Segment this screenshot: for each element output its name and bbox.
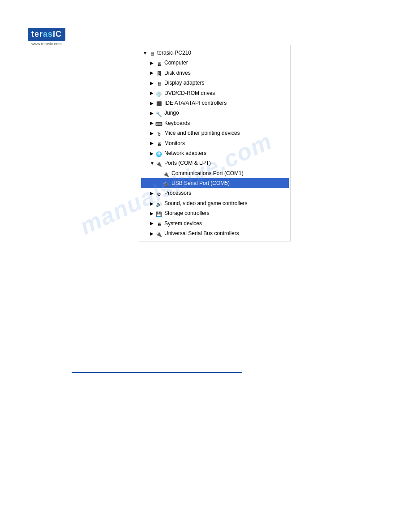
expand-arrow-monitors: ▶ [150, 139, 154, 147]
expand-arrow-display: ▶ [150, 79, 154, 87]
label-monitors: Monitors [164, 139, 185, 148]
storage-icon: 💾 [155, 210, 163, 216]
logo: terasIC [28, 28, 65, 41]
tree-item-com5[interactable]: ▶ 🔌 USB Serial Port (COM5) [141, 178, 289, 188]
label-ports: Ports (COM & LPT) [164, 159, 211, 167]
network-icon: 🌐 [155, 150, 163, 156]
tree-item-keyboards[interactable]: ▶ ⌨ Keyboards [141, 118, 289, 128]
tree-item-computer[interactable]: ▶ 🖥 Computer [141, 58, 289, 68]
jungo-icon: 🔧 [155, 110, 163, 116]
tree-item-processors[interactable]: ▶ ⚙ Processors [141, 188, 289, 198]
label-keyboards: Keyboards [164, 119, 190, 128]
disk-icon: 🗄 [155, 70, 163, 76]
expand-arrow-sound: ▶ [150, 200, 154, 207]
expand-arrow-jungo: ▶ [150, 109, 154, 117]
com1-icon: 🔌 [163, 170, 170, 176]
bottom-line [72, 372, 242, 373]
computer-icon: 🖥 [148, 50, 155, 56]
tree-item-network[interactable]: ▶ 🌐 Network adapters [141, 148, 289, 158]
expand-arrow-com5: ▶ [157, 180, 162, 187]
ide-icon: ⬛ [155, 100, 163, 106]
expand-arrow-system: ▶ [150, 219, 154, 227]
label-computer: Computer [164, 58, 188, 67]
device-tree: ▼ 🖥 terasic-PC210 ▶ 🖥 Computer ▶ 🗄 Disk … [139, 45, 291, 241]
expand-arrow-network: ▶ [150, 150, 154, 157]
expand-arrow-ports: ▼ [150, 159, 154, 167]
label-dvd: DVD/CD-ROM drives [164, 89, 215, 98]
expand-arrow-mice: ▶ [150, 129, 154, 137]
label-usb: Universal Serial Bus controllers [164, 229, 239, 238]
logo-as: as [43, 30, 53, 39]
tree-root[interactable]: ▼ 🖥 terasic-PC210 [141, 48, 289, 58]
logo-ic: IC [53, 30, 62, 39]
expand-arrow-processors: ▶ [150, 189, 154, 197]
expand-arrow-ide: ▶ [150, 99, 154, 107]
label-mice: Mice and other pointing devices [164, 129, 240, 137]
com5-icon: 🔌 [163, 180, 170, 186]
tree-item-usb[interactable]: ▶ 🔌 Universal Serial Bus controllers [141, 228, 289, 238]
label-jungo: Jungo [164, 108, 179, 117]
tree-item-display-adapters[interactable]: ▶ 🖥 Display adapters [141, 78, 289, 88]
tree-item-ports[interactable]: ▼ 🔌 Ports (COM & LPT) [141, 158, 289, 168]
tree-item-monitors[interactable]: ▶ 🖥 Monitors [141, 138, 289, 148]
label-storage: Storage controllers [164, 209, 210, 218]
tree-item-com1[interactable]: ▶ 🔌 Communications Port (COM1) [141, 168, 289, 178]
label-sound: Sound, video and game controllers [164, 199, 247, 208]
label-processors: Processors [164, 189, 191, 197]
tree-item-dvd[interactable]: ▶ 💿 DVD/CD-ROM drives [141, 88, 289, 98]
root-label: terasic-PC210 [157, 48, 191, 57]
tree-item-mice[interactable]: ▶ 🖱 Mice and other pointing devices [141, 128, 289, 138]
expand-arrow-computer: ▶ [150, 59, 154, 67]
label-ide: IDE ATA/ATAPI controllers [164, 99, 227, 107]
monitor-icon: 🖥 [155, 140, 163, 146]
display-icon: 🖥 [155, 80, 163, 86]
logo-url: www.terasic.com [28, 42, 65, 46]
tree-item-sound[interactable]: ▶ 🔊 Sound, video and game controllers [141, 198, 289, 208]
usb-icon: 🔌 [155, 230, 163, 236]
tree-item-disk-drives[interactable]: ▶ 🗄 Disk drives [141, 68, 289, 78]
expand-arrow-keyboards: ▶ [150, 119, 154, 127]
logo-area: terasIC www.terasic.com [28, 28, 65, 46]
dvd-icon: 💿 [155, 90, 163, 96]
sound-icon: 🔊 [155, 200, 163, 206]
expand-arrow-com1: ▶ [157, 169, 162, 177]
tree-item-storage[interactable]: ▶ 💾 Storage controllers [141, 208, 289, 218]
keyboard-icon: ⌨ [155, 120, 163, 126]
tree-item-system[interactable]: ▶ 🖥 System devices [141, 219, 289, 228]
expand-arrow-usb: ▶ [150, 230, 154, 237]
logo-ter: ter [31, 30, 43, 39]
label-network: Network adapters [164, 149, 206, 158]
expand-arrow-disk: ▶ [150, 69, 154, 77]
label-com5: USB Serial Port (COM5) [171, 179, 230, 188]
expand-arrow-root: ▼ [143, 49, 147, 57]
processors-icon: ⚙ [155, 190, 163, 197]
computer-icon: 🖥 [155, 60, 163, 66]
mouse-icon: 🖱 [155, 130, 163, 136]
expand-arrow-storage: ▶ [150, 210, 154, 217]
expand-arrow-dvd: ▶ [150, 89, 154, 97]
system-icon: 🖥 [155, 220, 163, 227]
label-system: System devices [164, 219, 202, 228]
label-com1: Communications Port (COM1) [171, 169, 244, 178]
tree-item-ide[interactable]: ▶ ⬛ IDE ATA/ATAPI controllers [141, 98, 289, 108]
ports-icon: 🔌 [155, 160, 163, 166]
device-manager-panel: ▼ 🖥 terasic-PC210 ▶ 🖥 Computer ▶ 🗄 Disk … [139, 45, 291, 241]
label-disk-drives: Disk drives [164, 69, 191, 77]
tree-item-jungo[interactable]: ▶ 🔧 Jungo [141, 108, 289, 118]
label-display-adapters: Display adapters [164, 78, 204, 87]
